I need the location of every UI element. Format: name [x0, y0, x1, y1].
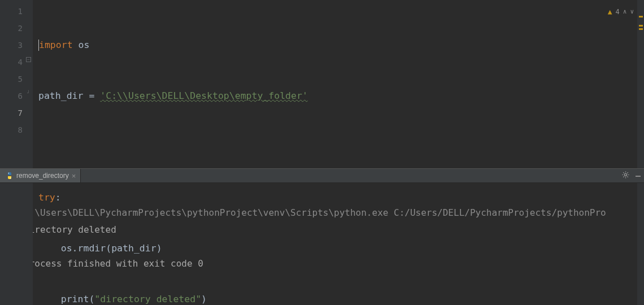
string-literal: 'C:\\Users\DELL\Desktop\empty_folder' — [100, 88, 308, 104]
warning-marker[interactable] — [639, 16, 643, 18]
warning-triangle-icon[interactable]: ▲ — [608, 3, 612, 20]
identifier: os — [79, 37, 90, 54]
fold-start-icon[interactable]: − — [26, 57, 31, 62]
python-file-icon — [6, 172, 14, 180]
code-area[interactable]: 1 2 3 4 5 6 7 8 − ┘ import os path_dir =… — [0, 0, 644, 305]
run-tabbar: remove_directory × — — [0, 168, 644, 183]
line-number[interactable]: 7 — [0, 104, 23, 121]
svg-point-0 — [8, 173, 10, 174]
operator: = — [83, 88, 100, 104]
gear-icon[interactable] — [621, 171, 630, 181]
close-icon[interactable]: × — [72, 172, 76, 180]
code-body[interactable]: import os path_dir = 'C:\\Users\DELL\Des… — [33, 0, 644, 305]
line-number[interactable]: 8 — [0, 121, 23, 138]
code-line[interactable]: try: — [38, 189, 644, 206]
chevron-up-icon[interactable]: ∧ — [623, 3, 627, 20]
call-expr: os.rmdir(path_dir) — [61, 240, 162, 257]
builtin: print — [61, 291, 89, 305]
svg-point-1 — [10, 178, 11, 179]
ide-root: 1 2 3 4 5 6 7 8 − ┘ import os path_dir =… — [0, 0, 644, 305]
run-tab[interactable]: remove_directory × — [0, 169, 81, 182]
keyword: import — [39, 37, 73, 54]
svg-point-2 — [624, 173, 626, 176]
warning-count: 4 — [616, 3, 620, 20]
warning-marker[interactable] — [639, 25, 643, 27]
code-line[interactable]: os.rmdir(path_dir) — [38, 240, 644, 257]
line-number[interactable]: 6 — [0, 88, 23, 104]
code-line[interactable]: print("directory deleted") — [38, 291, 644, 305]
line-number[interactable]: 5 — [0, 71, 23, 88]
line-number[interactable]: 2 — [0, 20, 23, 37]
minimize-icon[interactable]: — — [636, 171, 641, 181]
line-number[interactable]: 4 — [0, 54, 23, 71]
line-number[interactable]: 1 — [0, 3, 23, 20]
fold-end-icon[interactable]: ┘ — [26, 91, 31, 96]
string-literal: "directory deleted" — [94, 291, 201, 305]
inspection-widget[interactable]: ▲ 4 ∧ ∨ — [608, 3, 634, 20]
fold-column: − ┘ — [25, 0, 33, 305]
chevron-down-icon[interactable]: ∨ — [630, 3, 634, 20]
code-line[interactable]: import os — [38, 37, 644, 54]
identifier: path_dir — [38, 88, 83, 104]
code-line[interactable] — [38, 138, 644, 155]
error-stripe[interactable] — [637, 0, 644, 305]
code-line[interactable]: path_dir = 'C:\\Users\DELL\Desktop\empty… — [38, 88, 644, 104]
punct: : — [55, 189, 61, 206]
warning-marker[interactable] — [639, 28, 643, 30]
line-gutter[interactable]: 1 2 3 4 5 6 7 8 − ┘ — [0, 0, 33, 305]
keyword: try — [38, 189, 55, 206]
run-tab-label: remove_directory — [16, 172, 69, 180]
editor-pane: 1 2 3 4 5 6 7 8 − ┘ import os path_dir =… — [0, 0, 644, 168]
line-number[interactable]: 3 — [0, 37, 23, 54]
run-tabbar-actions: — — [621, 169, 641, 182]
